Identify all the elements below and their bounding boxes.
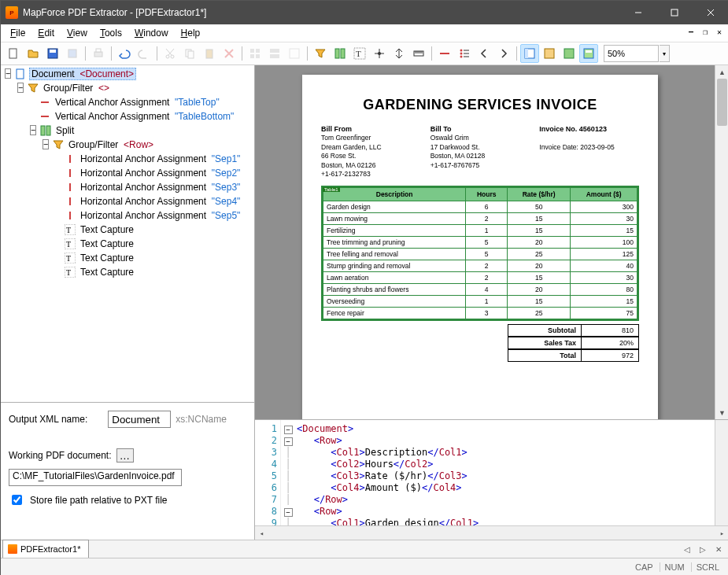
browse-button[interactable]: … <box>116 448 134 463</box>
anchor-h-button[interactable] <box>435 44 454 63</box>
menu-tools[interactable]: Tools <box>94 26 128 40</box>
save-all-button[interactable] <box>63 44 82 63</box>
close-button[interactable] <box>693 1 728 24</box>
text-capture-icon: T <box>64 252 76 264</box>
titlebar: P MapForce PDF Extractor - [PDFExtractor… <box>1 1 728 24</box>
open-button[interactable] <box>24 44 42 63</box>
pdf-vertical-scrollbar[interactable]: ▲ ▼ <box>715 65 728 419</box>
zoom-dropdown-button[interactable]: ▾ <box>660 45 670 62</box>
relative-path-checkbox[interactable] <box>12 495 22 505</box>
split-button[interactable] <box>331 44 349 63</box>
scroll-down-button[interactable]: ▼ <box>715 406 728 419</box>
delete-button[interactable] <box>220 44 238 63</box>
view2-button[interactable] <box>540 44 559 63</box>
copy-button[interactable] <box>180 44 199 63</box>
undo-button[interactable] <box>115 44 134 63</box>
view1-button[interactable] <box>520 44 539 63</box>
ruler-button[interactable] <box>409 44 428 63</box>
fold-toggle[interactable]: − <box>284 426 293 434</box>
tree-node-text-capture[interactable]: Text Capture <box>79 224 141 235</box>
filter-icon <box>52 139 65 150</box>
anchor-right-button[interactable] <box>494 44 513 63</box>
tree-node-document[interactable]: Document <Document> <box>29 68 136 80</box>
filter-icon <box>27 83 39 94</box>
text-capture-icon: T <box>64 224 76 235</box>
expand-toggle[interactable]: − <box>5 68 11 79</box>
svg-text:T: T <box>66 268 71 277</box>
xml-horizontal-scrollbar[interactable]: ◂ ▸ <box>255 525 728 540</box>
xml-body[interactable]: <Document> <Row> <Col1>Description</Col1… <box>295 420 715 540</box>
menu-file[interactable]: File <box>4 26 31 40</box>
tree-node-text-capture[interactable]: Text Capture <box>79 267 141 278</box>
menu-edit[interactable]: Edit <box>31 26 61 40</box>
view3-button[interactable] <box>560 44 578 63</box>
collapse-button[interactable] <box>390 44 408 63</box>
tree-node-text-capture[interactable]: Text Capture <box>79 252 141 264</box>
new-button[interactable] <box>4 44 23 63</box>
expand-toggle[interactable]: − <box>17 83 24 93</box>
group-filter-button[interactable] <box>311 44 330 63</box>
text-capture-button[interactable]: T <box>350 44 369 63</box>
tree-node-group-filter[interactable]: Group/Filter <> <box>42 83 111 94</box>
tree-node-anchor[interactable]: Vertical Anchor Assignment "TableTop" <box>54 97 221 108</box>
save-button[interactable] <box>43 44 62 63</box>
fold-toggle[interactable]: − <box>284 508 293 517</box>
tree-node-anchor[interactable]: Vertical Anchor Assignment "TableBottom" <box>54 111 235 122</box>
status-num: NUM <box>660 562 689 572</box>
mdi-close-button[interactable]: ✕ <box>713 26 726 37</box>
pdf-page: GARDENING SERVICES INVOICE Bill FromTom … <box>302 75 658 420</box>
tree-node-anchor[interactable]: Horizontal Anchor Assignment "Sep3" <box>79 182 242 193</box>
pdf-preview[interactable]: GARDENING SERVICES INVOICE Bill FromTom … <box>255 65 728 420</box>
svg-rect-20 <box>270 54 279 58</box>
anchor-left-button[interactable] <box>475 44 493 63</box>
expand-toggle[interactable]: − <box>30 125 36 135</box>
svg-rect-13 <box>188 51 194 58</box>
mdi-minimize-button[interactable]: – <box>685 26 697 37</box>
tool-a-button[interactable] <box>246 44 264 63</box>
scroll-left-button[interactable]: ◂ <box>255 526 268 540</box>
cut-button[interactable] <box>161 44 179 63</box>
minimize-button[interactable] <box>620 1 656 24</box>
svg-rect-36 <box>525 49 528 58</box>
main-window: P MapForce PDF Extractor - [PDFExtractor… <box>0 0 728 575</box>
tree-node-anchor[interactable]: Horizontal Anchor Assignment "Sep2" <box>79 168 242 179</box>
view4-button[interactable] <box>579 44 598 63</box>
tab-close-button[interactable]: ✕ <box>711 542 726 556</box>
mdi-restore-button[interactable]: ❐ <box>699 26 711 37</box>
scroll-up-button[interactable]: ▲ <box>715 65 728 79</box>
text-capture-icon: T <box>64 238 76 249</box>
toolbar: T 50% ▾ <box>1 42 728 65</box>
xml-name-hint: xs:NCName <box>176 414 227 425</box>
svg-text:T: T <box>66 254 71 263</box>
print-button[interactable] <box>89 44 108 63</box>
tab-prev-button[interactable]: ◁ <box>680 542 694 556</box>
doc-tab[interactable]: PDFExtractor1* <box>2 540 89 558</box>
tree-node-anchor[interactable]: Horizontal Anchor Assignment "Sep4" <box>79 196 242 207</box>
anchor-v-button[interactable] <box>455 44 474 63</box>
fold-toggle[interactable]: − <box>284 437 293 446</box>
menu-help[interactable]: Help <box>175 26 207 40</box>
paste-button[interactable] <box>200 44 219 63</box>
tree-node-split[interactable]: Split <box>54 125 76 136</box>
tool-c-button[interactable] <box>285 44 304 63</box>
scroll-thumb[interactable] <box>717 79 727 126</box>
xml-name-input[interactable] <box>108 411 171 428</box>
tree-node-group-filter[interactable]: Group/Filter <Row> <box>67 139 155 150</box>
zoom-input[interactable]: 50% <box>604 45 659 62</box>
expand-toggle[interactable]: − <box>42 139 49 149</box>
svg-text:T: T <box>66 226 71 234</box>
svg-rect-8 <box>94 52 102 57</box>
tool-b-button[interactable] <box>265 44 284 63</box>
structure-tree[interactable]: − Document <Document> − Group/Filter <> … <box>1 65 254 402</box>
merge-button[interactable] <box>370 44 389 63</box>
redo-button[interactable] <box>135 44 153 63</box>
menu-window[interactable]: Window <box>128 26 175 40</box>
maximize-button[interactable] <box>656 1 693 24</box>
tree-node-anchor[interactable]: Horizontal Anchor Assignment "Sep5" <box>79 210 242 221</box>
tree-node-text-capture[interactable]: Text Capture <box>79 238 141 249</box>
xml-vertical-scrollbar[interactable] <box>715 420 728 540</box>
menu-view[interactable]: View <box>61 26 94 40</box>
scroll-right-button[interactable]: ▸ <box>715 526 728 540</box>
tab-next-button[interactable]: ▷ <box>696 542 710 556</box>
tree-node-anchor[interactable]: Horizontal Anchor Assignment "Sep1" <box>79 153 242 164</box>
